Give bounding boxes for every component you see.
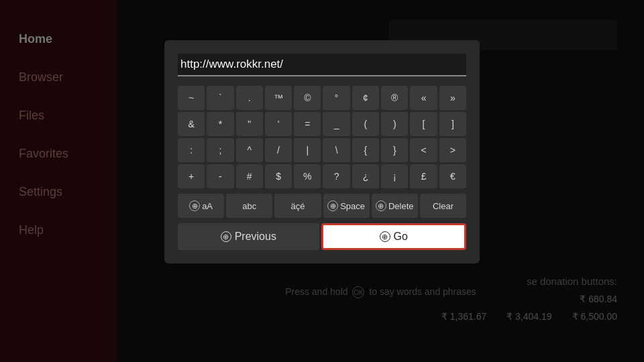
key-squote[interactable]: ' [265,112,292,136]
key-dollar[interactable]: $ [265,164,292,188]
key-gt[interactable]: > [439,138,466,162]
key-percent[interactable]: % [294,164,321,188]
key-delete[interactable]: ⊕ Delete [372,194,418,218]
nav-row: ⊕ Previous ⊕ Go [178,223,466,250]
key-rparen[interactable]: ) [381,112,408,136]
key-amp[interactable]: & [178,112,205,136]
aa-icon: ⊕ [189,200,200,211]
key-asterisk[interactable]: * [207,112,233,136]
key-rbracket[interactable]: ] [439,112,466,136]
key-hash[interactable]: # [236,164,263,188]
key-pound[interactable]: £ [410,164,437,188]
key-rbrace[interactable]: } [381,138,408,162]
key-pipe[interactable]: | [294,138,321,162]
key-aa[interactable]: ⊕ aA [178,194,224,218]
key-underscore[interactable]: _ [323,112,350,136]
key-invexclaim[interactable]: ¡ [381,164,408,188]
key-tilde[interactable]: ~ [178,86,205,110]
key-minus[interactable]: - [207,164,233,188]
key-row-1: & * " ' = _ ( ) [ ] [178,112,466,136]
key-backslash[interactable]: \ [323,138,350,162]
key-question[interactable]: ? [323,164,350,188]
go-button[interactable]: ⊕ Go [321,223,467,250]
keyboard-dialog: ~ ` . ™ © ° ¢ ® « » & * " ' = _ ( ) [ ] … [164,40,480,263]
key-euro[interactable]: € [439,164,466,188]
key-period[interactable]: . [236,86,263,110]
key-accent[interactable]: äçé [274,194,321,218]
key-cent[interactable]: ¢ [352,86,379,110]
key-invquestion[interactable]: ¿ [352,164,379,188]
key-lparen[interactable]: ( [352,112,379,136]
space-icon: ⊕ [327,200,338,211]
key-colon[interactable]: : [178,138,205,162]
key-row-3: + - # $ % ? ¿ ¡ £ € [178,164,466,188]
key-space[interactable]: ⊕ Space [323,194,370,218]
key-raquo[interactable]: » [439,86,466,110]
key-slash[interactable]: / [265,138,292,162]
key-dquote[interactable]: " [236,112,263,136]
key-degree[interactable]: ° [323,86,350,110]
key-row-2: : ; ^ / | \ { } < > [178,138,466,162]
go-icon: ⊕ [380,231,390,242]
delete-icon: ⊕ [376,200,386,211]
key-registered[interactable]: ® [381,86,408,110]
key-plus[interactable]: + [178,164,205,188]
previous-button[interactable]: ⊕ Previous [178,223,319,250]
url-input[interactable] [178,54,466,76]
key-lt[interactable]: < [410,138,437,162]
key-semicolon[interactable]: ; [207,138,233,162]
key-row-0: ~ ` . ™ © ° ¢ ® « » [178,86,466,110]
key-caret[interactable]: ^ [236,138,263,162]
special-keyboard: ~ ` . ™ © ° ¢ ® « » & * " ' = _ ( ) [ ] … [178,86,466,188]
key-trademark[interactable]: ™ [265,86,292,110]
key-lbrace[interactable]: { [352,138,379,162]
key-copyright[interactable]: © [294,86,321,110]
prev-icon: ⊕ [221,231,231,242]
key-laquo[interactable]: « [410,86,437,110]
special-keys-row: ⊕ aA abc äçé ⊕ Space ⊕ Delete Clear [178,194,466,218]
key-clear[interactable]: Clear [420,194,466,218]
key-lbracket[interactable]: [ [410,112,437,136]
key-backtick[interactable]: ` [207,86,233,110]
key-abc[interactable]: abc [226,194,272,218]
key-equals[interactable]: = [294,112,321,136]
